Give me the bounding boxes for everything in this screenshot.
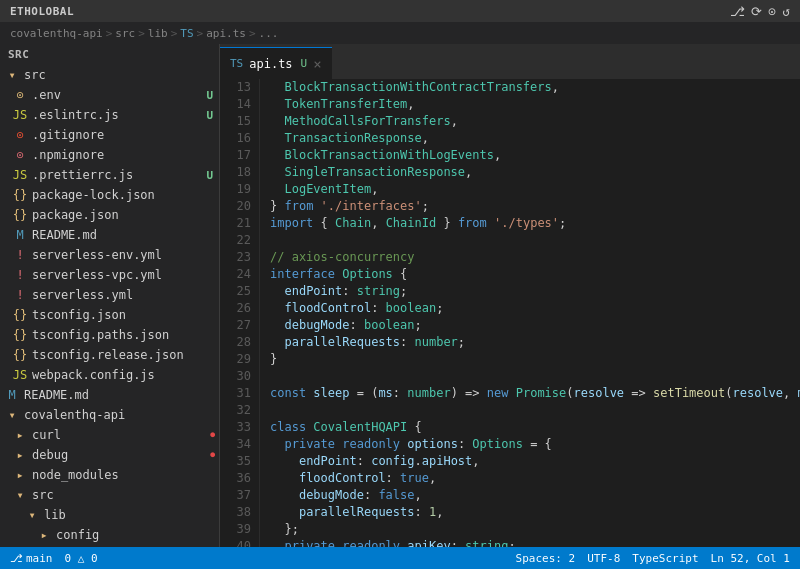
editor-tabs: TS api.ts U × [220, 44, 800, 79]
sidebar-item-debug[interactable]: ▸ debug ● [0, 445, 219, 465]
breadcrumb-symbol: ... [259, 27, 279, 40]
json-icon: {} [12, 328, 28, 342]
breadcrumb-filetype: TS [180, 27, 193, 40]
sidebar-item-tsconfig-release[interactable]: {} tsconfig.release.json [0, 345, 219, 365]
status-branch[interactable]: ⎇ main [10, 552, 53, 565]
json-icon: {} [12, 208, 28, 222]
sidebar-item-label: serverless.yml [32, 288, 219, 302]
npm-icon: ⊙ [12, 148, 28, 162]
app-logo: ETHOLOBAL [10, 5, 74, 18]
sidebar-item-label: .gitignore [32, 128, 219, 142]
sidebar-item-label: README.md [32, 228, 219, 242]
sidebar-item-tsconfig[interactable]: {} tsconfig.json [0, 305, 219, 325]
md-icon: M [4, 388, 20, 402]
sidebar-section-header: SRC [0, 44, 219, 65]
encoding-label: UTF-8 [587, 552, 620, 565]
git-icon: ⊙ [12, 128, 28, 142]
undo-icon[interactable]: ↺ [782, 4, 790, 19]
sidebar-item-serverless-env[interactable]: ! serverless-env.yml [0, 245, 219, 265]
code-area: 1314151617 1819202122 2324252627 2829303… [220, 79, 800, 547]
sidebar-item-src2[interactable]: ▾ src [0, 485, 219, 505]
code-content[interactable]: BlockTransactionWithContractTransfers, T… [260, 79, 800, 547]
sidebar-item-label: webpack.config.js [32, 368, 219, 382]
yaml-icon: ! [12, 248, 28, 262]
branch-icon[interactable]: ⎇ [730, 4, 745, 19]
branch-icon: ⎇ [10, 552, 23, 565]
sidebar-item-lib[interactable]: ▾ lib [0, 505, 219, 525]
sidebar-item-label: serverless-vpc.yml [32, 268, 219, 282]
file-icon: ⊙ [12, 88, 28, 102]
folder-open-icon: ▾ [24, 508, 40, 522]
editor: TS api.ts U × 1314151617 1819202122 2324… [220, 44, 800, 547]
sidebar-item-tsconfig-paths[interactable]: {} tsconfig.paths.json [0, 325, 219, 345]
folder-open-icon: ▾ [12, 488, 28, 502]
sidebar-item-label: curl [32, 428, 210, 442]
top-bar: ETHOLOBAL ⎇ ⟳ ⊙ ↺ [0, 0, 800, 22]
sidebar-item-label: lib [44, 508, 219, 522]
language-label: TypeScript [632, 552, 698, 565]
json-icon: {} [12, 308, 28, 322]
sidebar-item-package[interactable]: {} package.json [0, 205, 219, 225]
sidebar-item-node-modules[interactable]: ▸ node_modules [0, 465, 219, 485]
sidebar-item-label: README.md [24, 388, 219, 402]
sidebar-item-prettierrc[interactable]: JS .prettierrc.js U [0, 165, 219, 185]
folder-icon: ▸ [12, 468, 28, 482]
sidebar-item-label: src [24, 68, 219, 82]
sidebar-item-label: serverless-env.yml [32, 248, 219, 262]
sidebar-item-curl[interactable]: ▸ curl ● [0, 425, 219, 445]
sidebar-item-label: covalenthq-api [24, 408, 219, 422]
sidebar-item-label: node_modules [32, 468, 219, 482]
status-errors[interactable]: 0 △ 0 [65, 552, 98, 565]
line-col-label: Ln 52, Col 1 [711, 552, 790, 565]
js-icon: JS [12, 108, 28, 122]
sidebar-item-label: package-lock.json [32, 188, 219, 202]
folder-open-icon: ▾ [4, 408, 20, 422]
status-line-col[interactable]: Ln 52, Col 1 [711, 552, 790, 565]
breadcrumb-part[interactable]: lib [148, 27, 168, 40]
breadcrumb-filename[interactable]: api.ts [206, 27, 246, 40]
md-icon: M [12, 228, 28, 242]
sidebar-item-src[interactable]: ▾ src [0, 65, 219, 85]
sidebar-item-label: .prettierrc.js [32, 168, 204, 182]
line-numbers: 1314151617 1819202122 2324252627 2829303… [220, 79, 260, 547]
sidebar-item-gitignore[interactable]: ⊙ .gitignore [0, 125, 219, 145]
breadcrumb-part[interactable]: src [115, 27, 135, 40]
status-encoding[interactable]: UTF-8 [587, 552, 620, 565]
error-count: 0 △ 0 [65, 552, 98, 565]
settings-icon[interactable]: ⊙ [768, 4, 776, 19]
breadcrumb-sep: > [106, 27, 113, 40]
sidebar-item-eslintrc[interactable]: JS .eslintrc.js U [0, 105, 219, 125]
spaces-label: Spaces: 2 [516, 552, 576, 565]
sidebar-item-env[interactable]: ⊙ .env U [0, 85, 219, 105]
sidebar-item-label: package.json [32, 208, 219, 222]
status-language[interactable]: TypeScript [632, 552, 698, 565]
sidebar-item-config[interactable]: ▸ config [0, 525, 219, 545]
sidebar-item-readme[interactable]: M README.md [0, 225, 219, 245]
sidebar: SRC ▾ src ⊙ .env U JS .eslintrc.js U ⊙ .… [0, 44, 220, 547]
sidebar-item-covalenthq[interactable]: ▾ covalenthq-api [0, 405, 219, 425]
sidebar-item-npmignore[interactable]: ⊙ .npmignore [0, 145, 219, 165]
tab-icon: TS [230, 57, 243, 70]
breadcrumb-part[interactable]: covalenthq-api [10, 27, 103, 40]
sidebar-item-label: config [56, 528, 219, 542]
status-spaces[interactable]: Spaces: 2 [516, 552, 576, 565]
refresh-icon[interactable]: ⟳ [751, 4, 762, 19]
yaml-icon: ! [12, 268, 28, 282]
dot-badge: ● [210, 431, 215, 439]
sidebar-item-readme2[interactable]: M README.md [0, 385, 219, 405]
sidebar-item-package-lock[interactable]: {} package-lock.json [0, 185, 219, 205]
tab-label: api.ts [249, 57, 292, 71]
folder-icon: ▸ [36, 528, 52, 542]
yaml-icon: ! [12, 288, 28, 302]
tab-close-button[interactable]: × [313, 56, 321, 72]
breadcrumb-sep: > [197, 27, 204, 40]
sidebar-item-serverless[interactable]: ! serverless.yml [0, 285, 219, 305]
badge-u: U [204, 169, 215, 182]
folder-icon: ▸ [12, 448, 28, 462]
main-area: SRC ▾ src ⊙ .env U JS .eslintrc.js U ⊙ .… [0, 44, 800, 547]
sidebar-item-webpack[interactable]: JS webpack.config.js [0, 365, 219, 385]
sidebar-item-serverless-vpc[interactable]: ! serverless-vpc.yml [0, 265, 219, 285]
breadcrumb-bar: covalenthq-api > src > lib > TS > api.ts… [0, 22, 800, 44]
json-icon: {} [12, 348, 28, 362]
tab-api-ts[interactable]: TS api.ts U × [220, 47, 332, 79]
